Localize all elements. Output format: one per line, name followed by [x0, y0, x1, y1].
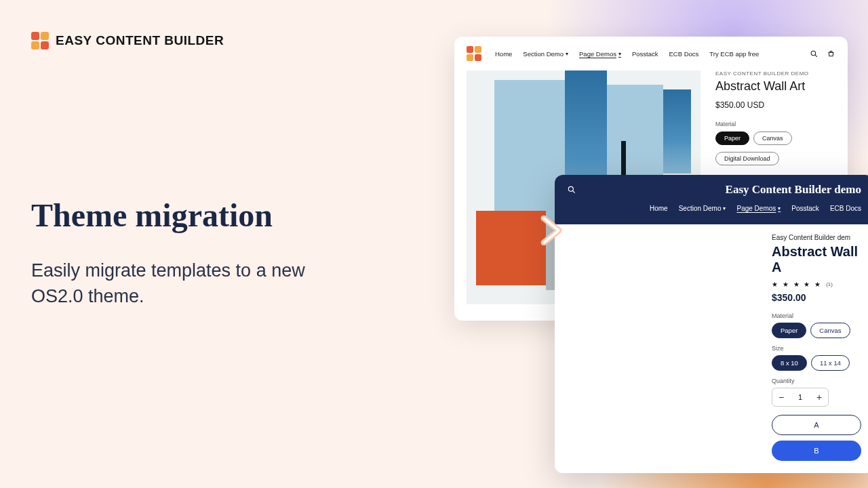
nav-section-demo[interactable]: Section Demo▾: [523, 50, 568, 58]
product-title: Abstract Wall A: [772, 244, 861, 275]
star-icons: ★ ★ ★ ★ ★: [772, 281, 822, 288]
buy-now-button[interactable]: B: [772, 441, 861, 461]
logo-mark-icon: [31, 32, 49, 49]
chevron-down-icon: ▾: [566, 51, 568, 57]
rating-count: (1): [826, 281, 833, 287]
material-option-paper[interactable]: Paper: [772, 323, 806, 338]
page-subtitle: Easily migrate templates to a new OS2.0 …: [31, 258, 357, 310]
product-title: Abstract Wall Art: [715, 79, 835, 94]
nav-posstack[interactable]: Posstack: [791, 205, 819, 212]
chevron-down-icon: ▾: [723, 205, 726, 211]
nav-page-demos[interactable]: Page Demos▾: [579, 50, 621, 58]
size-option-8x10[interactable]: 8 x 10: [772, 355, 807, 371]
product-vendor: Easy Content Builder dem: [772, 234, 861, 241]
store-title: Easy Content Builder demo: [726, 183, 861, 197]
logo-mark-icon: [467, 46, 481, 61]
nav-section-demo[interactable]: Section Demo▾: [679, 205, 726, 212]
quantity-label: Quantity: [772, 378, 861, 384]
nav-posstack[interactable]: Posstack: [632, 50, 658, 58]
product-price: $350.00: [772, 292, 861, 303]
nav-ecb-docs[interactable]: ECB Docs: [830, 205, 861, 212]
add-to-cart-button[interactable]: A: [772, 415, 861, 435]
page-title: Theme migration: [31, 197, 357, 234]
chevron-down-icon: ▾: [778, 205, 781, 211]
product-vendor: EASY CONTENT BUILDER DEMO: [715, 70, 835, 77]
material-option-canvas[interactable]: Canvas: [753, 131, 792, 145]
brand-name: EASY CONTENT BUILDER: [56, 33, 224, 48]
option-label-material: Material: [772, 312, 861, 319]
migration-arrow-icon: [532, 211, 570, 249]
quantity-increase-button[interactable]: +: [810, 388, 828, 406]
material-option-digital[interactable]: Digital Download: [715, 152, 779, 165]
nav-page-demos[interactable]: Page Demos▾: [736, 205, 781, 212]
cart-icon[interactable]: [827, 49, 835, 58]
chevron-down-icon: ▾: [618, 51, 621, 57]
search-icon[interactable]: [567, 185, 576, 195]
option-label-material: Material: [715, 121, 835, 127]
quantity-value: 1: [790, 393, 810, 401]
nav-home[interactable]: Home: [495, 50, 512, 58]
svg-line-3: [573, 191, 575, 193]
svg-point-0: [811, 51, 816, 56]
material-option-canvas[interactable]: Canvas: [810, 323, 850, 338]
product-price: $350.00 USD: [715, 100, 835, 110]
nav-try-app[interactable]: Try ECB app free: [709, 50, 759, 58]
product-image: [567, 234, 757, 424]
preview-theme-dark: Easy Content Builder demo Home Section D…: [555, 175, 868, 473]
search-icon[interactable]: [810, 49, 818, 58]
option-label-size: Size: [772, 345, 861, 352]
material-option-paper[interactable]: Paper: [715, 131, 749, 145]
size-option-11x14[interactable]: 11 x 14: [811, 355, 850, 371]
nav-ecb-docs[interactable]: ECB Docs: [669, 50, 698, 58]
svg-line-1: [815, 55, 817, 57]
nav-home[interactable]: Home: [650, 205, 668, 212]
brand-logo: EASY CONTENT BUILDER: [31, 32, 224, 49]
quantity-stepper[interactable]: − 1 +: [772, 388, 829, 407]
quantity-decrease-button[interactable]: −: [772, 388, 790, 406]
product-rating: ★ ★ ★ ★ ★ (1): [772, 281, 861, 288]
svg-point-2: [568, 186, 573, 191]
